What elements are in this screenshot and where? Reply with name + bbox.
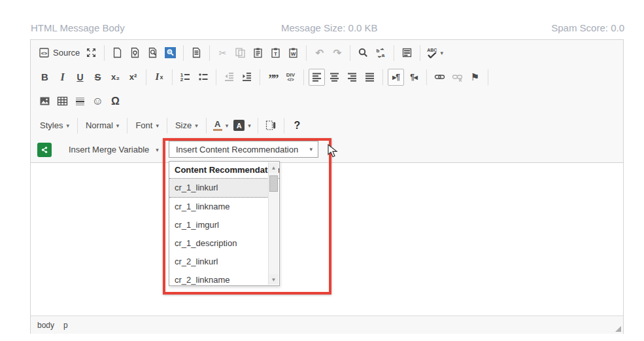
replace-button[interactable]: ba — [373, 45, 389, 62]
list-item[interactable]: cr_1_linkname — [169, 198, 269, 216]
paste-word-icon: W — [288, 47, 299, 58]
separator — [420, 45, 420, 61]
underline-button[interactable]: U — [72, 69, 88, 86]
show-blocks-button[interactable] — [263, 117, 279, 134]
redo-button: ↷ — [329, 45, 345, 62]
separator — [258, 118, 258, 134]
align-right-button[interactable] — [344, 69, 360, 86]
copy-icon — [235, 47, 246, 58]
share-button[interactable] — [37, 143, 52, 157]
anchor-button[interactable]: ⚑ — [467, 69, 483, 86]
justify-icon — [364, 71, 375, 82]
chevron-down-icon: ▾ — [116, 122, 120, 129]
font-dropdown[interactable]: Font ▾ — [131, 117, 163, 134]
browser-preview-button[interactable] — [162, 45, 178, 62]
source-button[interactable]: <> Source — [37, 45, 82, 62]
align-left-button[interactable] — [309, 69, 325, 86]
horizontal-rule-button[interactable] — [72, 93, 88, 110]
size-dropdown[interactable]: Size ▾ — [171, 117, 202, 134]
text-color-button[interactable]: A ▾ — [211, 117, 231, 134]
resize-handle-icon[interactable] — [615, 326, 621, 332]
increase-indent-button[interactable] — [239, 69, 255, 86]
chevron-down-icon: ▾ — [226, 122, 229, 129]
image-button[interactable] — [37, 93, 53, 110]
source-icon: <> — [39, 47, 50, 58]
remove-format-button[interactable]: Ix — [151, 69, 167, 86]
chevron-down-icon: ▾ — [248, 122, 251, 129]
insert-merge-variable-dropdown[interactable]: Insert Merge Variable ▾ — [65, 141, 163, 158]
templates-button[interactable] — [127, 45, 143, 62]
scroll-up-icon[interactable]: ▲ — [269, 162, 279, 173]
separator — [216, 69, 216, 85]
text-direction-rtl-button[interactable]: ¶◂ — [405, 69, 422, 86]
svg-text:W: W — [291, 51, 296, 57]
svg-text:b: b — [377, 48, 380, 54]
text-direction-ltr-button[interactable]: ▸¶ — [388, 69, 404, 86]
list-item[interactable]: cr_2_linkname — [169, 271, 269, 286]
separator — [303, 69, 304, 85]
editor-content-area[interactable] — [31, 163, 623, 315]
spellcheck-button[interactable]: ABC ▾ — [425, 45, 445, 62]
replace-icon: ba — [375, 47, 386, 58]
select-all-button[interactable] — [399, 45, 415, 62]
justify-button[interactable] — [362, 69, 378, 86]
paste-button[interactable] — [250, 45, 266, 62]
background-color-button[interactable]: A ▾ — [231, 117, 253, 134]
editor-toolbar: <> Source — [31, 40, 623, 163]
numbered-list-button[interactable]: 12 — [177, 69, 194, 86]
preview-icon — [147, 47, 158, 58]
styles-dropdown[interactable]: Styles ▾ — [36, 117, 73, 134]
document-properties-button[interactable] — [188, 45, 205, 62]
align-right-icon — [347, 71, 358, 82]
smiley-button[interactable]: ☺ — [90, 93, 106, 110]
svg-text:a: a — [382, 52, 385, 58]
separator — [167, 118, 167, 134]
list-scrollbar[interactable]: ▲ ▼ — [268, 162, 279, 285]
align-center-button[interactable] — [326, 69, 343, 86]
subscript-button[interactable]: x₂ — [107, 69, 124, 86]
decrease-indent-icon — [224, 71, 235, 82]
list-item[interactable]: cr_1_linkurl — [169, 179, 269, 198]
blockquote-button[interactable]: ”” — [265, 69, 281, 86]
find-button[interactable] — [355, 45, 371, 62]
separator — [260, 69, 260, 85]
paste-word-button[interactable]: W — [285, 45, 301, 62]
spam-score-label: Spam Score: 0.0 — [551, 22, 624, 33]
italic-button[interactable]: I — [54, 69, 71, 86]
list-item[interactable]: cr_1_description — [169, 234, 269, 253]
svg-text:2: 2 — [180, 77, 184, 82]
link-button[interactable] — [432, 69, 448, 86]
background-color-icon: A — [233, 120, 245, 131]
separator — [488, 69, 488, 85]
chevron-down-icon: ▾ — [156, 122, 159, 129]
list-item[interactable]: cr_2_linkurl — [169, 253, 269, 271]
new-page-button[interactable] — [109, 45, 126, 62]
bold-button[interactable]: B — [37, 69, 53, 86]
list-item[interactable]: cr_1_imgurl — [169, 216, 269, 234]
format-dropdown[interactable]: Normal ▾ — [82, 117, 123, 134]
message-size-label: Message Size: 0.0 KB — [281, 22, 378, 33]
scrollbar-thumb[interactable] — [269, 175, 278, 192]
path-element-body[interactable]: body — [37, 321, 54, 330]
insert-content-recommendation-label: Insert Content Recommendation — [176, 145, 298, 154]
separator — [394, 45, 394, 61]
decrease-indent-button — [221, 69, 237, 86]
special-character-button[interactable]: Ω — [107, 93, 124, 110]
separator — [146, 69, 146, 85]
strikethrough-button[interactable]: S — [90, 69, 106, 86]
editor-page: HTML Message Body Message Size: 0.0 KB S… — [0, 0, 644, 341]
scroll-down-icon[interactable]: ▼ — [269, 274, 279, 285]
preview-button[interactable] — [144, 45, 161, 62]
separator — [172, 69, 173, 85]
div-container-icon: DIV</> — [286, 73, 295, 82]
path-element-p[interactable]: p — [63, 321, 68, 330]
paste-icon — [252, 47, 263, 58]
bulleted-list-button[interactable] — [195, 69, 211, 86]
div-container-button[interactable]: DIV</> — [282, 69, 299, 86]
paste-text-button[interactable]: T — [267, 45, 284, 62]
superscript-button[interactable]: x² — [125, 69, 141, 86]
about-button[interactable]: ? — [289, 117, 305, 134]
insert-content-recommendation-dropdown[interactable]: Insert Content Recommendation ▾ — [169, 141, 318, 158]
maximize-button[interactable] — [83, 45, 99, 62]
table-button[interactable] — [54, 93, 71, 110]
